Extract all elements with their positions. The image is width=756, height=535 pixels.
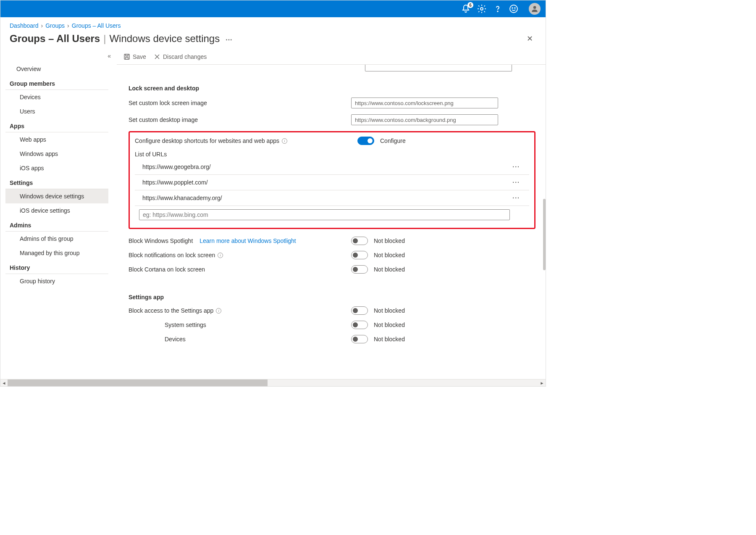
url-text: https://www.khanacademy.org/	[142, 195, 222, 201]
notification-badge: 6	[467, 2, 473, 8]
toggle-block-spotlight[interactable]	[351, 237, 368, 245]
toggle-configure-label: Configure	[380, 137, 406, 144]
svg-point-2	[510, 5, 517, 13]
more-actions-icon[interactable]: ···	[226, 36, 232, 44]
vscroll-thumb[interactable]	[543, 199, 546, 270]
help-icon[interactable]	[493, 4, 503, 14]
label-configure-shortcuts: Configure desktop shortcuts for websites…	[135, 137, 357, 144]
label-block-cortana: Block Cortana on lock screen	[129, 266, 351, 273]
label-desktop-image: Set custom desktop image	[129, 116, 351, 123]
settings-gear-icon[interactable]	[477, 4, 487, 14]
chevron-right-icon: ›	[67, 22, 69, 29]
link-spotlight-learn[interactable]: Learn more about Windows Spotlight	[200, 237, 296, 244]
nav-section-history: History	[5, 260, 108, 274]
page-title-group: Groups – All Users	[10, 33, 100, 45]
url-row-more-icon[interactable]: ···	[512, 163, 520, 170]
nav-users[interactable]: Users	[5, 104, 108, 119]
cutoff-field[interactable]	[365, 65, 512, 71]
scroll-right-arrow[interactable]: ►	[538, 381, 546, 385]
nav-admins-of[interactable]: Admins of this group	[5, 232, 108, 246]
url-list-row: https://www.popplet.com/···	[135, 175, 529, 190]
close-blade-button[interactable]: ✕	[523, 32, 536, 45]
toggle-block-cortana[interactable]	[351, 265, 368, 274]
nav-devices[interactable]: Devices	[5, 90, 108, 104]
nav-web-apps[interactable]: Web apps	[5, 132, 108, 147]
url-list-row: https://www.geogebra.org/···	[135, 159, 529, 175]
chevron-right-icon: ›	[41, 22, 43, 29]
url-row-more-icon[interactable]: ···	[512, 195, 520, 201]
save-button[interactable]: Save	[123, 53, 146, 60]
nav-overview[interactable]: Overview	[5, 62, 108, 76]
toggle-system-settings[interactable]	[351, 321, 368, 329]
nav-section-settings: Settings	[5, 175, 108, 189]
nav-ios-settings[interactable]: iOS device settings	[5, 203, 108, 218]
nav-section-members: Group members	[5, 76, 108, 90]
section-lock-title: Lock screen and desktop	[129, 85, 536, 92]
highlight-region: Configure desktop shortcuts for websites…	[129, 131, 536, 229]
info-icon[interactable]: i	[282, 138, 287, 144]
label-list-urls: List of URLs	[135, 151, 529, 158]
nav-ios-apps[interactable]: iOS apps	[5, 161, 108, 175]
breadcrumb: Dashboard › Groups › Groups – All Users	[0, 17, 546, 32]
nav-windows-settings[interactable]: Windows device settings	[5, 189, 108, 203]
toggle-configure-shortcuts[interactable]	[357, 137, 374, 145]
label-block-settings-app: Block access to the Settings app i	[129, 307, 351, 314]
url-text: https://www.geogebra.org/	[142, 163, 211, 170]
discard-icon	[154, 53, 160, 60]
vertical-scrollbar[interactable]	[543, 77, 546, 379]
side-nav: « Overview Group members Devices Users A…	[0, 51, 116, 371]
command-bar: Save Discard changes	[117, 51, 546, 65]
url-row-more-icon[interactable]: ···	[512, 179, 520, 186]
save-icon	[123, 53, 130, 60]
collapse-nav-icon[interactable]: «	[5, 51, 116, 62]
toggle-block-notifications[interactable]	[351, 251, 368, 259]
svg-point-0	[480, 8, 483, 10]
svg-point-3	[512, 8, 513, 8]
nav-section-admins: Admins	[5, 218, 108, 232]
svg-point-5	[533, 6, 536, 9]
label-lock-image: Set custom lock screen image	[129, 100, 351, 106]
section-settings-app-title: Settings app	[129, 294, 536, 300]
feedback-smile-icon[interactable]	[509, 4, 519, 14]
notifications-icon[interactable]: 6	[461, 4, 471, 14]
label-system-settings: System settings	[129, 322, 351, 328]
scroll-left-arrow[interactable]: ◄	[0, 381, 8, 385]
breadcrumb-dashboard[interactable]: Dashboard	[10, 22, 39, 29]
breadcrumb-groups[interactable]: Groups	[45, 22, 65, 29]
toggle-devices[interactable]	[351, 335, 368, 343]
label-block-notifications: Block notifications on lock screen i	[129, 252, 351, 258]
scroll-thumb[interactable]	[8, 380, 268, 386]
svg-point-4	[514, 8, 515, 8]
nav-managed-by[interactable]: Managed by this group	[5, 246, 108, 260]
url-text: https://www.popplet.com/	[142, 179, 208, 186]
horizontal-scrollbar[interactable]: ◄ ►	[0, 379, 546, 386]
nav-windows-apps[interactable]: Windows apps	[5, 147, 108, 161]
label-devices-row: Devices	[129, 336, 351, 343]
nav-section-apps: Apps	[5, 119, 108, 132]
info-icon[interactable]: i	[218, 253, 223, 258]
nav-group-history[interactable]: Group history	[5, 274, 108, 288]
main-panel: Save Discard changes Lock screen and des…	[116, 51, 546, 371]
discard-button[interactable]: Discard changes	[154, 53, 207, 60]
toggle-block-settings-app[interactable]	[351, 306, 368, 315]
user-avatar[interactable]	[529, 3, 541, 15]
input-desktop-image[interactable]	[351, 114, 498, 125]
info-icon[interactable]: i	[216, 308, 221, 314]
page-title-sub: Windows device settings	[109, 33, 220, 45]
input-new-url[interactable]	[139, 209, 510, 220]
breadcrumb-current[interactable]: Groups – All Users	[72, 22, 121, 29]
input-lock-image[interactable]	[351, 98, 498, 108]
svg-rect-6	[124, 54, 129, 59]
url-list-row: https://www.khanacademy.org/···	[135, 190, 529, 206]
page-header: Groups – All Users | Windows device sett…	[0, 32, 546, 51]
top-bar: 6	[0, 0, 546, 17]
label-block-spotlight: Block Windows Spotlight Learn more about…	[129, 237, 351, 244]
svg-point-1	[497, 11, 498, 12]
